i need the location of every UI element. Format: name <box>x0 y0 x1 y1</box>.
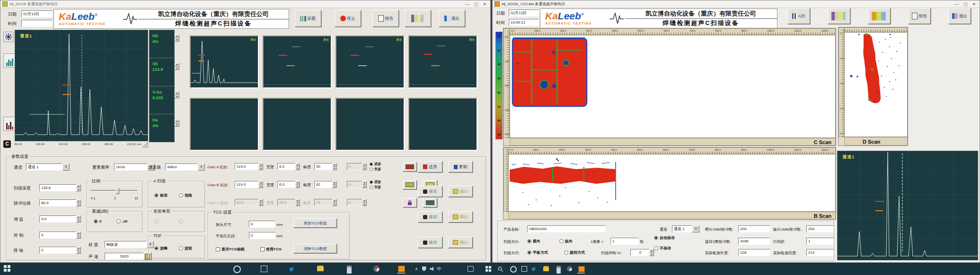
date-field[interactable]: 02月13日 <box>21 10 53 17</box>
mode-flat-radio[interactable]: 平板方式 <box>527 250 548 255</box>
folder-icon-2[interactable] <box>543 265 551 273</box>
tcg-probe-field[interactable]: 0 <box>249 221 275 228</box>
tcg-add-button[interactable]: 添加TCG取值 <box>293 218 337 228</box>
chevron-down-icon[interactable]: ▼ <box>692 225 699 232</box>
load-button-2[interactable]: 调出 <box>448 211 473 223</box>
scan-image-button-2[interactable] <box>868 8 891 24</box>
load-button-1[interactable]: 调出 <box>448 186 473 197</box>
edge-icon-2[interactable]: e <box>532 265 539 273</box>
gate-a-enter-radio[interactable]: 进波 <box>370 162 381 166</box>
cortana-icon[interactable] <box>233 265 240 273</box>
save-button-1[interactable]: 保存 <box>418 186 442 197</box>
gate-c-view-button[interactable] <box>423 198 437 207</box>
speaker-icon[interactable] <box>428 265 435 273</box>
maximize-icon[interactable]: ▢ <box>474 2 478 7</box>
gate-a-color-button[interactable] <box>403 162 417 172</box>
mode-rotate-radio[interactable]: 旋转方式 <box>564 250 585 255</box>
slider-thumb[interactable] <box>115 188 119 194</box>
stop-button[interactable]: 停止 <box>335 10 361 27</box>
gain-field[interactable]: 9.0 <box>39 215 77 223</box>
depth-spinner[interactable]: ▲▼ <box>76 184 81 191</box>
chevron-down-icon[interactable]: ▼ <box>198 163 205 171</box>
notification-icon[interactable] <box>467 265 474 273</box>
scale-slider[interactable] <box>91 187 137 194</box>
autosave-radio[interactable]: 自动保存 <box>654 235 675 241</box>
ascan-view-button[interactable]: A扫 <box>787 8 810 24</box>
gate-a-width-spinner[interactable]: ▲▼ <box>295 163 300 170</box>
gate-a-width-field[interactable]: 6.0 <box>277 163 296 170</box>
cortana-icon-2[interactable] <box>509 265 517 273</box>
height-field[interactable]: 214 <box>806 249 834 256</box>
velocity-field[interactable]: 5920 <box>105 253 144 260</box>
gate-b-amp-field[interactable]: 62 <box>314 181 333 188</box>
v-pulse-field[interactable]: 200 <box>806 225 834 232</box>
hb-spinner[interactable]: ▲▼ <box>175 34 179 42</box>
ascan-display[interactable]: 通道1 <box>15 30 148 141</box>
edge-icon[interactable]: e <box>290 265 297 273</box>
pinwheel-icon-2[interactable] <box>566 265 574 273</box>
dir-vertical-radio[interactable]: 纵向 <box>559 239 573 244</box>
ascan-standard-radio[interactable]: 标准 <box>154 193 168 198</box>
gate-b-width-spinner[interactable]: ▲▼ <box>295 181 300 188</box>
search-icon-2[interactable] <box>498 265 505 273</box>
tcg-showline-checkbox[interactable]: 显示TCG标线 <box>216 247 245 252</box>
tcg-clear-button[interactable]: 清除TCG数据 <box>293 244 337 253</box>
histogram-icon[interactable] <box>3 117 16 131</box>
dscan-canvas[interactable] <box>844 32 908 137</box>
reject-spinner[interactable]: ▲▼ <box>76 232 81 239</box>
row-gap-field[interactable]: 1 <box>806 238 834 245</box>
restore-button[interactable]: 还原 <box>418 161 442 172</box>
copy-button[interactable]: 复制 <box>448 161 473 172</box>
calculator-icon[interactable] <box>345 265 353 273</box>
gate-a-start-spinner[interactable]: ▲▼ <box>258 163 263 170</box>
exit-button[interactable]: 退出 <box>948 8 971 24</box>
exit-button[interactable]: 退出 <box>439 10 465 27</box>
gain-spinner[interactable]: ▲▼ <box>76 215 81 223</box>
task-view-icon-2[interactable] <box>521 265 528 273</box>
sb-spinner[interactable]: ▲▼ <box>175 63 179 70</box>
mini-scan-8[interactable] <box>408 98 477 151</box>
chevron-up-icon[interactable]: ∧ <box>413 265 420 273</box>
time-field[interactable] <box>21 20 53 27</box>
pinwheel-icon[interactable] <box>373 265 380 273</box>
minimize-icon[interactable]: — <box>954 2 959 7</box>
material-combo[interactable]: 钢纵波▼ <box>105 241 154 248</box>
ruler-icon[interactable] <box>143 142 148 147</box>
refresh-c-icon[interactable]: C <box>3 140 11 148</box>
save-button-2[interactable]: 保存 <box>418 211 442 223</box>
gate-b-amp-spinner[interactable]: ▲▼ <box>332 181 337 188</box>
denoise-field[interactable]: 0 <box>39 247 77 254</box>
rot-pulse-field[interactable]: 4096 <box>738 238 770 245</box>
shift-field[interactable]: 80.0 <box>39 199 77 206</box>
report-button[interactable]: 报告 <box>372 10 399 27</box>
suppress-spinner[interactable]: ▲▼ <box>649 249 654 256</box>
gate-b-start-field[interactable]: 119.0 <box>235 181 259 188</box>
tcg-use-checkbox[interactable]: 使用TCG <box>260 247 282 252</box>
gate-a-amp-field[interactable]: 50 <box>314 163 333 170</box>
date-field[interactable]: 02月13日 <box>509 9 539 17</box>
mini-scan-7[interactable] <box>335 98 405 151</box>
gate-b-width-field[interactable]: 6.0 <box>277 181 296 188</box>
cscan-canvas[interactable] <box>510 35 836 138</box>
shift-spinner[interactable]: ▲▼ <box>76 199 81 206</box>
gate-c-lock-button[interactable] <box>403 198 417 207</box>
ha-spinner[interactable]: ▲▼ <box>175 120 179 127</box>
depth-field[interactable]: 130.6 <box>39 184 77 191</box>
capture-button[interactable]: 采图 <box>295 10 321 27</box>
time-field[interactable]: 14:09:21 <box>509 19 539 26</box>
mini-scan-1[interactable]: 通道 <box>190 35 259 88</box>
save-button-3[interactable]: 保存 <box>418 237 442 248</box>
gate-b-start-spinner[interactable]: ▲▼ <box>258 181 263 188</box>
task-view-icon[interactable] <box>260 265 268 273</box>
shield-icon[interactable] <box>420 265 428 273</box>
cscan-panel[interactable]: 0.0100.0200.0300.0400.0500.0600.0700.080… <box>503 28 836 146</box>
tof-front-radio[interactable]: 波前 <box>179 246 192 251</box>
ascan-display[interactable]: 通道1 <box>837 151 978 260</box>
suppress-field[interactable]: 0 <box>630 249 650 256</box>
ime-indicator[interactable]: 中 <box>435 265 443 273</box>
channel-combo[interactable]: 通道 1▼ <box>672 225 699 232</box>
start-button-2[interactable] <box>486 265 493 273</box>
gate-a-amp-spinner[interactable]: ▲▼ <box>332 163 337 170</box>
product-field[interactable]: HB001002 <box>527 225 606 232</box>
folder-icon[interactable] <box>317 265 325 273</box>
